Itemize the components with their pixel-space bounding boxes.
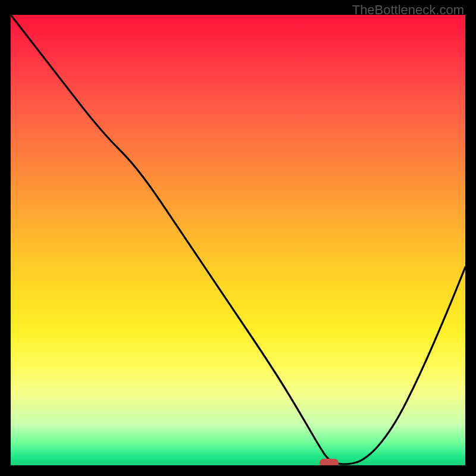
chart-plot-area <box>11 15 465 465</box>
chart-curve-svg <box>11 15 465 465</box>
chart-min-marker <box>320 459 339 465</box>
chart-curve-path <box>11 15 465 464</box>
watermark-text: TheBottleneck.com <box>352 2 464 18</box>
